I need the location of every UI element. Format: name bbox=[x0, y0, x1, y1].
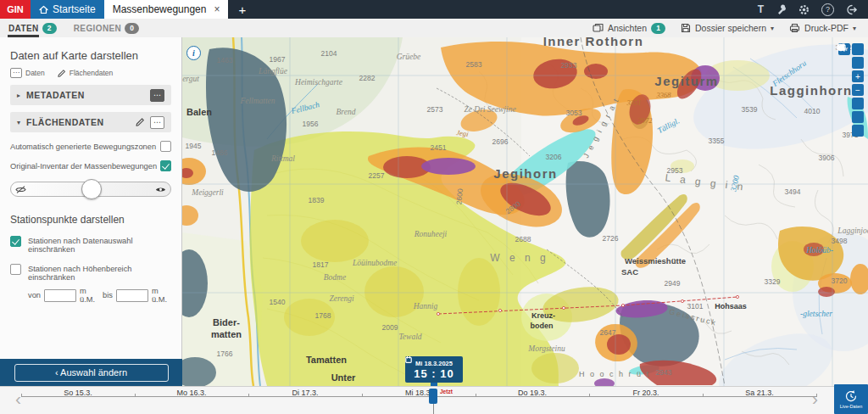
timeline-tick bbox=[703, 394, 704, 397]
regionen-count-badge: 0 bbox=[125, 23, 139, 34]
map-graphic: Inner RothornJegihornJegiturmLagginhornG… bbox=[182, 37, 868, 386]
stations-height-checkbox[interactable] bbox=[10, 264, 21, 275]
map-label: 3494 bbox=[785, 187, 801, 196]
gear-icon[interactable] bbox=[798, 4, 810, 15]
section-metadaten[interactable]: ▸ METADATEN ⋯ bbox=[10, 85, 171, 105]
timeline-marker-line bbox=[433, 402, 434, 414]
timeline-next-button[interactable]: › bbox=[812, 389, 818, 407]
new-tab-button[interactable]: + bbox=[228, 0, 256, 19]
map-label: 2647 bbox=[600, 328, 616, 337]
collapse-icon: ▸ bbox=[17, 92, 20, 99]
top-bar: GIN Startseite Massenbewegungen × + T ? bbox=[0, 0, 868, 19]
legend-daten: ⋯ Daten bbox=[10, 68, 45, 78]
height-to-input[interactable] bbox=[116, 289, 148, 302]
map-label: 2726 bbox=[603, 234, 619, 243]
map-label: Jegiturm bbox=[654, 74, 718, 88]
map-label: 1839 bbox=[309, 196, 325, 204]
tab-startseite[interactable]: Startseite bbox=[31, 0, 104, 19]
opacity-slider-thumb[interactable] bbox=[81, 179, 102, 199]
auto-zones-checkbox[interactable] bbox=[160, 141, 171, 152]
bis-label: bis bbox=[103, 291, 113, 299]
save-dossier-label: Dossier speichern bbox=[695, 23, 766, 33]
help-icon[interactable]: ? bbox=[821, 3, 834, 16]
tab-daten-label: DATEN bbox=[8, 24, 39, 33]
map-label: 2257 bbox=[369, 171, 385, 180]
legend-row: ⋯ Daten Flächendaten bbox=[10, 68, 171, 78]
map-label: matten bbox=[211, 329, 242, 339]
timeline-tick bbox=[476, 394, 476, 397]
text-tool-icon[interactable]: T bbox=[758, 3, 764, 15]
stations-height-label: Stationen nach Höhenbereich einschränken bbox=[28, 264, 171, 282]
map-label: boden bbox=[531, 322, 554, 330]
stations-data-label: Stationen nach Datenauswahl einschränken bbox=[28, 236, 171, 254]
wrench-icon[interactable] bbox=[776, 4, 787, 15]
metadaten-options-button[interactable]: ⋯ bbox=[150, 89, 164, 102]
timeline-day-label[interactable]: Di 17.3. bbox=[292, 389, 318, 397]
timeline-day-label[interactable]: Sa 21.3. bbox=[745, 389, 774, 397]
map-label: SAC bbox=[621, 267, 638, 277]
home-icon bbox=[39, 5, 48, 14]
logout-icon[interactable] bbox=[846, 4, 858, 15]
live-data-button[interactable]: Live-Daten bbox=[834, 384, 868, 414]
weather-layer-button[interactable] bbox=[852, 125, 864, 137]
eye-on-icon bbox=[155, 185, 166, 194]
map-label: Tewald bbox=[398, 333, 421, 341]
data-panel: Daten auf Karte darstellen ⋯ Daten Fläch… bbox=[0, 37, 182, 386]
map-label: 2451 bbox=[431, 143, 447, 152]
views-icon bbox=[593, 23, 604, 33]
map-book-button[interactable] bbox=[852, 111, 864, 123]
map-label: 3351 bbox=[626, 98, 642, 107]
map-label: Ze Dri Seewjine bbox=[464, 105, 515, 114]
map-label: Jegihorn bbox=[493, 166, 557, 181]
map-label: Inner Rothorn bbox=[543, 37, 644, 48]
map-label: 3101 bbox=[687, 302, 704, 310]
panel-title: Daten auf Karte darstellen bbox=[10, 49, 171, 62]
map-info-button[interactable]: i bbox=[186, 46, 201, 60]
stations-data-checkbox[interactable] bbox=[10, 236, 21, 247]
views-button[interactable]: Ansichten 1 bbox=[593, 23, 665, 34]
map-label: Bider- bbox=[213, 317, 240, 327]
map-label: H o o c h r ü t bbox=[579, 370, 650, 378]
opacity-slider[interactable] bbox=[10, 182, 171, 197]
inventar-label: Original-Inventar der Massenbewegungen bbox=[10, 162, 160, 171]
map-canvas[interactable]: Inner RothornJegihornJegiturmLagginhornG… bbox=[182, 37, 868, 386]
inventar-checkbox[interactable] bbox=[160, 160, 171, 171]
map-label: 1967 bbox=[270, 55, 286, 64]
eye-off-icon bbox=[15, 185, 26, 194]
timeline-day-label[interactable]: Do 19.3. bbox=[518, 389, 547, 397]
timeline-day-label[interactable]: Fr 20.3. bbox=[632, 389, 659, 397]
locate-button[interactable] bbox=[852, 57, 864, 69]
tab-close-icon[interactable]: × bbox=[214, 3, 220, 15]
tab-regionen[interactable]: REGIONEN 0 bbox=[65, 19, 148, 37]
map-label: 1817 bbox=[313, 260, 329, 269]
change-selection-button[interactable]: ‹ Auswahl ändern bbox=[14, 364, 169, 382]
timeline-tick bbox=[135, 394, 136, 397]
timeline-now-marker[interactable] bbox=[429, 389, 437, 404]
time-indicator-notch bbox=[431, 383, 437, 386]
height-from-input[interactable] bbox=[44, 289, 76, 302]
timeline-day-label[interactable]: Mo 16.3. bbox=[176, 389, 206, 397]
map-label: 1463 bbox=[217, 56, 233, 64]
zoom-out-button[interactable]: − bbox=[852, 84, 864, 96]
zoom-search-button[interactable] bbox=[852, 43, 864, 55]
map-label: Tamatten bbox=[306, 355, 347, 365]
route-button[interactable] bbox=[852, 98, 864, 109]
map-label: Hohsaas bbox=[715, 302, 747, 310]
dots-icon: ⋯ bbox=[10, 68, 22, 78]
map-label: 1486 bbox=[212, 148, 228, 157]
section-flaechendaten[interactable]: ▾ FLÄCHENDATEN ⋯ bbox=[10, 112, 171, 132]
zoom-in-button[interactable]: + bbox=[852, 70, 864, 82]
timeline-prev-button[interactable]: ‹ bbox=[15, 389, 21, 407]
print-pdf-button[interactable]: Druck-PDF ▾ bbox=[789, 23, 856, 33]
section-metadaten-label: METADATEN bbox=[26, 90, 144, 100]
time-indicator[interactable]: Mi 18.3.2025 15 : 10 bbox=[405, 356, 463, 383]
tab-massenbewegungen[interactable]: Massenbewegungen × bbox=[104, 0, 229, 19]
map-label: Fellmatten bbox=[239, 97, 275, 105]
flaechendaten-options-button[interactable]: ⋯ bbox=[150, 116, 164, 129]
map-label: 2972 bbox=[638, 116, 654, 125]
map-label: 2104 bbox=[321, 49, 337, 58]
timeline-day-label[interactable]: So 15.3. bbox=[64, 389, 92, 397]
save-dossier-button[interactable]: Dossier speichern ▾ bbox=[681, 23, 774, 33]
save-icon bbox=[681, 23, 691, 33]
pencil-icon bbox=[57, 69, 66, 78]
